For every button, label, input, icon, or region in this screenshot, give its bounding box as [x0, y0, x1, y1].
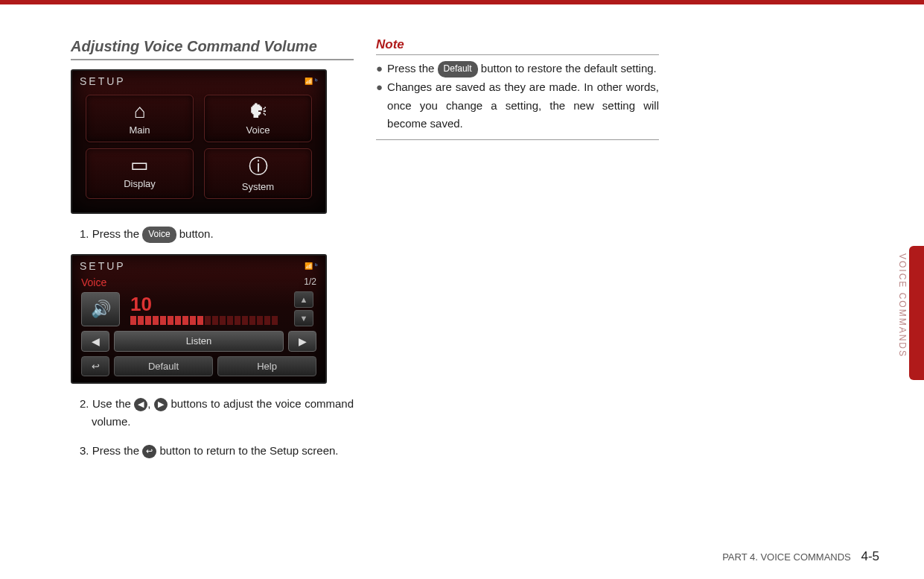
setup-screenshot-1: SETUP 📶 ᵇ ⌂Main 🗣Voice ▭Display ⓘSystem	[71, 69, 327, 214]
footer-page-number: 4-5	[861, 549, 879, 563]
bullet-icon: ●	[376, 60, 383, 78]
ss1-system-button: ⓘSystem	[204, 148, 312, 199]
right-chip: ▶	[154, 398, 168, 411]
left-chip: ◀	[134, 398, 147, 411]
ss2-status-icons: 📶 ᵇ	[305, 262, 318, 270]
footer-part: PART 4. VOICE COMMANDS	[722, 551, 851, 563]
ss1-voice-button: 🗣Voice	[204, 95, 312, 142]
scroll-arrows: ▲ ▼	[294, 291, 316, 326]
info-icon: ⓘ	[208, 154, 308, 180]
default-chip: Default	[438, 61, 478, 77]
right-column: Note ● Press the Default button to resto…	[376, 37, 659, 549]
voice-volume-screenshot: SETUP 📶 ᵇ Voice 1/2 🔊 10 ▲ ▼	[71, 254, 327, 384]
volume-row: 🔊 10 ▲ ▼	[72, 288, 325, 331]
side-tab	[909, 246, 924, 380]
side-section-label: VOICE COMMANDS	[897, 253, 908, 358]
page-footer: PART 4. VOICE COMMANDS 4-5	[722, 549, 879, 564]
down-arrow-icon: ▼	[294, 310, 313, 326]
ss1-title: SETUP	[80, 75, 126, 87]
left-arrow-button: ◀	[81, 331, 109, 352]
ss2-subtitle-row: Voice 1/2	[72, 273, 325, 288]
listen-row: ◀ Listen ▶	[72, 331, 325, 356]
bottom-row: ↩ Default Help	[72, 356, 325, 384]
note-item-1: ● Press the Default button to restore th…	[376, 60, 659, 78]
step-1: 1. Press the Voice button.	[83, 225, 354, 243]
volume-bars	[130, 316, 288, 325]
bullet-icon: ●	[376, 78, 383, 133]
ss1-status-icons: 📶 ᵇ	[305, 77, 318, 85]
right-arrow-button: ▶	[288, 331, 316, 352]
help-button: Help	[217, 356, 316, 376]
ss2-page: 1/2	[304, 276, 316, 288]
ss2-title: SETUP	[80, 260, 126, 272]
ss1-main-button: ⌂Main	[86, 95, 194, 142]
note-list: ● Press the Default button to restore th…	[376, 60, 659, 140]
note-item-2: ● Changes are saved as they are made. In…	[376, 78, 659, 133]
volume-display: 10	[126, 293, 288, 325]
return-chip: ↩	[142, 445, 156, 458]
step-3: 3. Press the ↩ button to return to the S…	[83, 442, 354, 460]
note-title: Note	[376, 37, 659, 55]
home-icon: ⌂	[89, 100, 190, 123]
voice-chip: Voice	[142, 227, 176, 242]
step-2: 2. Use the ◀, ▶ buttons to adjust the vo…	[83, 395, 354, 431]
voice-icon: 🗣	[208, 100, 308, 123]
ss2-subtitle: Voice	[81, 276, 106, 288]
display-icon: ▭	[89, 154, 190, 177]
speaker-icon: 🔊	[81, 292, 120, 326]
default-button: Default	[114, 356, 213, 376]
ss1-header: SETUP 📶 ᵇ	[72, 71, 325, 89]
left-column: Adjusting Voice Command Volume SETUP 📶 ᵇ…	[71, 37, 354, 549]
ss1-button-grid: ⌂Main 🗣Voice ▭Display ⓘSystem	[72, 89, 325, 212]
back-button: ↩	[81, 356, 109, 376]
listen-button: Listen	[114, 331, 284, 352]
section-heading: Adjusting Voice Command Volume	[71, 37, 354, 60]
volume-value: 10	[130, 293, 152, 315]
page-content: Adjusting Voice Command Volume SETUP 📶 ᵇ…	[71, 37, 879, 549]
ss2-header: SETUP 📶 ᵇ	[72, 256, 325, 273]
top-red-bar	[0, 0, 924, 4]
ss1-display-button: ▭Display	[86, 148, 194, 199]
up-arrow-icon: ▲	[294, 291, 313, 308]
